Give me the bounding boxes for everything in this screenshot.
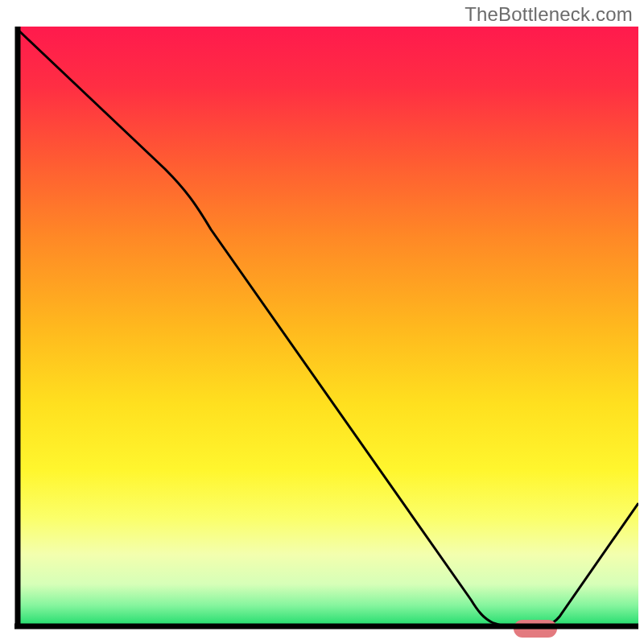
- watermark-text: TheBottleneck.com: [464, 3, 633, 26]
- chart-svg: [0, 0, 644, 644]
- chart-stage: TheBottleneck.com: [0, 0, 644, 644]
